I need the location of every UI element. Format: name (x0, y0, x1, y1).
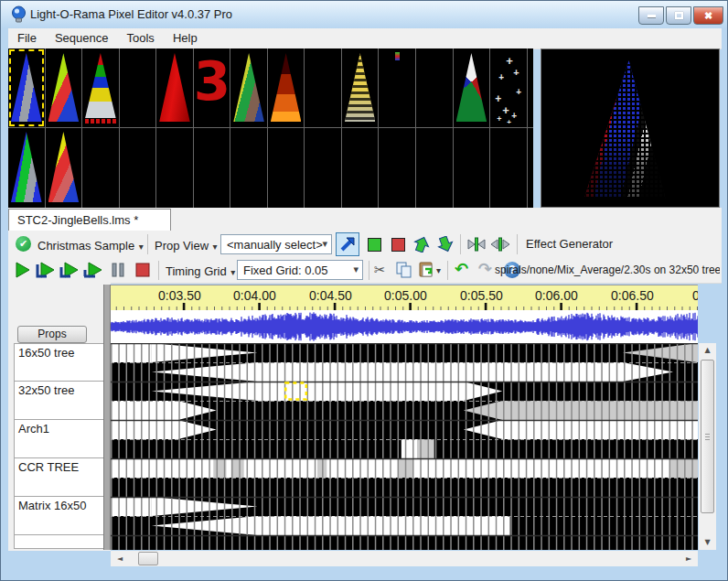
preview-cell[interactable] (268, 48, 305, 127)
preview-cell[interactable] (528, 48, 533, 127)
prop-select-combobox[interactable]: <manually select> ▾ (220, 234, 332, 254)
chevron-down-icon: ▾ (322, 238, 327, 250)
preview-cell[interactable] (82, 48, 120, 127)
stop-button[interactable] (134, 262, 151, 278)
time-ruler[interactable]: 0:03.500:04.000:04.500:05.000:05.500:06.… (111, 285, 698, 311)
preview-cell[interactable] (46, 48, 83, 127)
tab-sequence-file[interactable]: STC2-JingleBells.lms * (8, 209, 171, 231)
ramp-up-tool-button[interactable] (411, 233, 433, 255)
preview-cell[interactable] (156, 127, 194, 208)
collapse-columns-button[interactable] (466, 233, 487, 255)
prop-view-dropdown[interactable]: Prop View ▾ (155, 237, 218, 253)
play-selection-button[interactable] (59, 262, 80, 278)
vscroll-thumb[interactable] (701, 360, 714, 513)
preview-cell[interactable] (416, 48, 454, 127)
preview-cell[interactable] (194, 127, 231, 208)
minimize-icon (648, 15, 656, 17)
preview-cell[interactable] (528, 127, 533, 208)
prop-row-label[interactable]: Matrix 16x50 (14, 497, 112, 535)
preview-cell[interactable] (305, 127, 342, 208)
ramp-down-tool-button[interactable] (434, 233, 456, 255)
preview-cell[interactable] (305, 48, 342, 127)
cut-button[interactable]: ✂ (374, 260, 386, 280)
horizontal-scrollbar[interactable]: ◄ ► (111, 551, 698, 566)
effect-status-text: spirals/none/Mix_Average/2.30s on 32x50 … (495, 264, 720, 276)
sparkle-dot: + (506, 54, 513, 68)
preview-cell[interactable] (8, 48, 46, 127)
preview-cell[interactable] (120, 127, 157, 208)
preview-cell[interactable] (82, 127, 120, 208)
preview-cell[interactable] (490, 127, 528, 208)
prop-row-label[interactable]: Arch1 (14, 420, 112, 458)
preview-cell[interactable] (230, 127, 268, 208)
maximize-button[interactable] (666, 6, 691, 25)
undo-button[interactable]: ↶ (455, 259, 468, 279)
menu-item-tools[interactable]: Tools (118, 28, 164, 48)
off-tool-button[interactable] (387, 233, 409, 255)
app-window: Light-O-Rama Pixel Editor v4.0.37 Pro ✖ … (0, 0, 728, 581)
prop-row-label[interactable]: 16x50 tree (14, 343, 112, 382)
separator (147, 234, 148, 254)
preview-cell[interactable] (230, 48, 268, 127)
preview-cell[interactable]: 3 (194, 48, 231, 127)
hscroll-thumb[interactable] (138, 552, 158, 565)
preview-cell[interactable] (342, 127, 380, 208)
preview-cell[interactable] (8, 127, 46, 208)
preview-cell[interactable] (342, 48, 380, 127)
pause-button[interactable] (111, 262, 125, 278)
scroll-up-icon: ▲ (704, 346, 710, 354)
hscroll-right-button[interactable]: ► (681, 551, 696, 566)
play-button[interactable] (14, 262, 32, 278)
preview-cell[interactable] (416, 127, 454, 208)
timeline-grid[interactable] (111, 343, 698, 550)
redo-icon: ↷ (478, 259, 492, 278)
preview-cell[interactable] (380, 48, 417, 127)
menu-item-sequence[interactable]: Sequence (46, 28, 118, 48)
expand-columns-button[interactable] (489, 233, 511, 255)
preview-cell[interactable] (46, 127, 83, 208)
preview-cell[interactable]: +++++++++ (490, 48, 528, 127)
scroll-left-icon: ◄ (117, 554, 123, 563)
preview-cell[interactable] (454, 48, 491, 127)
preview-cell[interactable] (380, 127, 417, 208)
separator (158, 261, 159, 280)
panel-splitter[interactable] (103, 285, 111, 550)
preview-cell[interactable] (156, 48, 194, 127)
paste-button[interactable] (418, 261, 434, 278)
copy-button[interactable] (396, 262, 412, 278)
check-icon: ✔ (16, 236, 31, 252)
minimize-button[interactable] (638, 6, 664, 25)
toolbar-sequence: ✔ Christmas Sample ▾ Prop View ▾ <manual… (8, 231, 722, 258)
preview-cell[interactable] (268, 127, 305, 208)
sparkle-dot: + (502, 103, 509, 117)
effect-generator-button[interactable]: Effect Generator (526, 237, 613, 251)
spiral-tree-2-thumbnail (11, 132, 42, 202)
hscroll-left-button[interactable]: ◄ (112, 551, 127, 566)
sequence-selector-dropdown[interactable]: Christmas Sample ▾ (37, 237, 144, 253)
separator (447, 261, 448, 280)
on-tool-button[interactable] (363, 233, 385, 255)
ramp-down-icon (437, 236, 454, 253)
chevron-down-icon: ▾ (212, 242, 217, 252)
props-button[interactable]: Props (17, 326, 87, 343)
preview-cell[interactable] (120, 48, 157, 127)
prop-row-label[interactable]: 32x50 tree (14, 382, 112, 420)
close-button[interactable]: ✖ (693, 6, 723, 25)
redo-button[interactable]: ↷ (478, 259, 492, 279)
timing-grid-dropdown[interactable]: Timing Grid ▾ (166, 263, 235, 279)
select-tool-button[interactable] (336, 232, 359, 256)
preview-cell[interactable] (454, 127, 491, 208)
prop-row-label[interactable] (14, 535, 112, 549)
fixed-grid-combobox[interactable]: Fixed Grid: 0.05 ▾ (237, 260, 363, 280)
vscroll-down-button[interactable]: ▼ (699, 535, 716, 550)
vertical-scrollbar[interactable]: ▲ ▼ (699, 343, 716, 550)
prop-row-label[interactable]: CCR TREE (14, 458, 112, 497)
play-visible-button[interactable] (83, 262, 103, 278)
menu-item-help[interactable]: Help (164, 28, 207, 48)
patchwork-tree-thumbnail (456, 53, 487, 122)
audio-waveform (111, 310, 698, 343)
vscroll-up-button[interactable]: ▲ (699, 343, 716, 358)
play-from-start-button[interactable] (36, 262, 56, 278)
paste-options-dropdown[interactable]: ▾ (436, 265, 441, 275)
menu-item-file[interactable]: File (8, 28, 46, 48)
